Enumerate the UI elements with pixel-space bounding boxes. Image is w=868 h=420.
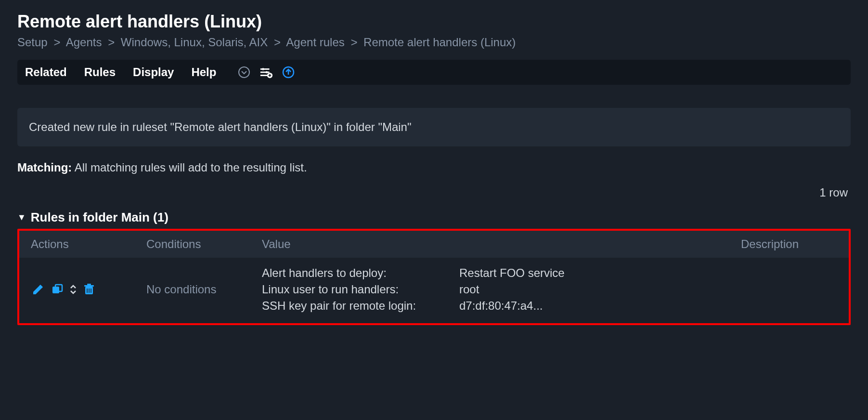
value-val: root — [459, 283, 741, 296]
col-header-conditions: Conditions — [146, 237, 262, 251]
svg-point-5 — [266, 71, 268, 74]
svg-rect-13 — [84, 285, 94, 287]
matching-text: All matching rules will add to the resul… — [75, 161, 307, 174]
chevron-up-icon — [69, 284, 77, 289]
col-header-value: Value — [262, 237, 741, 251]
row-count: 1 row — [17, 186, 851, 199]
actions-cell — [31, 282, 146, 297]
breadcrumb-item[interactable]: Windows, Linux, Solaris, AIX — [121, 36, 268, 49]
breadcrumb-separator: > — [350, 36, 357, 49]
matching-label: Matching: — [17, 161, 72, 174]
chevron-down-icon — [69, 289, 77, 295]
table-row: No conditions Alert handlers to deploy: … — [19, 258, 849, 323]
value-val: d7:df:80:47:a4... — [459, 299, 741, 313]
breadcrumb-separator: > — [53, 36, 60, 49]
rules-table: Actions Conditions Value Description — [17, 229, 851, 325]
sliders-plus-icon[interactable] — [259, 66, 273, 79]
breadcrumb-item[interactable]: Agents — [66, 36, 102, 49]
breadcrumb-item[interactable]: Agent rules — [286, 36, 344, 49]
svg-point-0 — [239, 67, 249, 78]
edit-icon[interactable] — [31, 282, 45, 297]
value-val: Restart FOO service — [459, 266, 741, 280]
section-header[interactable]: ▼ Rules in folder Main (1) — [17, 210, 851, 225]
toolbar: Related Rules Display Help — [17, 60, 851, 85]
section-title: Rules in folder Main (1) — [31, 210, 168, 225]
caret-down-icon: ▼ — [17, 212, 26, 223]
table-header-row: Actions Conditions Value Description — [19, 231, 849, 258]
upload-circle-icon[interactable] — [282, 66, 295, 79]
move-handles[interactable] — [69, 284, 77, 295]
svg-point-4 — [262, 68, 265, 70]
menu-display[interactable]: Display — [133, 66, 174, 79]
notice-banner: Created new rule in ruleset "Remote aler… — [17, 108, 851, 146]
conditions-cell: No conditions — [146, 283, 262, 296]
breadcrumb-item[interactable]: Setup — [17, 36, 48, 49]
breadcrumb: Setup > Agents > Windows, Linux, Solaris… — [17, 36, 851, 49]
value-key: Linux user to run handlers: — [262, 283, 450, 296]
value-key: Alert handlers to deploy: — [262, 266, 450, 280]
value-key: SSH key pair for remote login: — [262, 299, 450, 313]
menu-rules[interactable]: Rules — [84, 66, 116, 79]
menu-help[interactable]: Help — [191, 66, 216, 79]
col-header-actions: Actions — [31, 237, 146, 251]
page-title: Remote alert handlers (Linux) — [17, 12, 851, 32]
breadcrumb-separator: > — [274, 36, 281, 49]
trash-icon[interactable] — [82, 282, 96, 297]
col-header-description: Description — [741, 237, 837, 251]
menu-related[interactable]: Related — [25, 66, 67, 79]
breadcrumb-separator: > — [108, 36, 115, 49]
value-cell: Alert handlers to deploy: Restart FOO se… — [262, 266, 741, 313]
breadcrumb-item[interactable]: Remote alert handlers (Linux) — [363, 36, 516, 49]
svg-rect-14 — [87, 284, 91, 285]
chevron-down-circle-icon[interactable] — [237, 66, 251, 79]
matching-info: Matching: All matching rules will add to… — [17, 161, 851, 174]
clone-icon[interactable] — [50, 282, 65, 297]
